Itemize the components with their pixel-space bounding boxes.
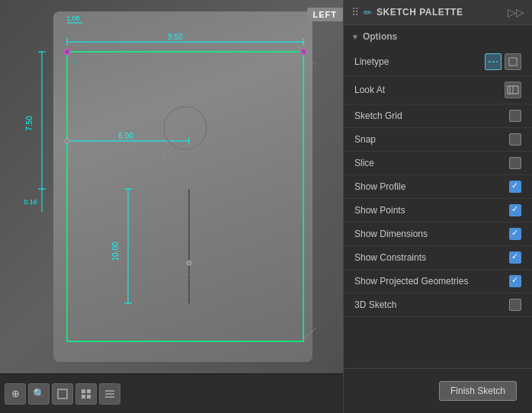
cursor-tool-button[interactable]: ⊕: [5, 383, 26, 405]
show-points-row: Show Points: [344, 199, 532, 223]
sketch-grid-row: Sketch Grid: [344, 104, 532, 128]
show-constraints-control: [509, 251, 521, 264]
zoom-tool-button[interactable]: 🔍: [28, 383, 50, 405]
look-at-control: [505, 82, 521, 98]
show-points-control: [509, 204, 521, 216]
show-profile-checkbox[interactable]: [509, 181, 521, 193]
snap-label: Snap: [354, 134, 376, 145]
linetype-construction-button[interactable]: [485, 53, 502, 70]
snap-checkbox[interactable]: [509, 133, 521, 146]
show-profile-row: Show Profile: [344, 175, 532, 199]
show-points-label: Show Points: [354, 205, 405, 216]
sketch-grid-control: [509, 110, 521, 122]
display-tool-3-button[interactable]: [99, 383, 120, 405]
options-label: Options: [363, 31, 397, 42]
display-tool-1-button[interactable]: [52, 383, 73, 405]
svg-rect-38: [87, 395, 91, 399]
look-at-row: Look At: [344, 76, 532, 104]
snap-control: [509, 133, 521, 146]
palette-title: SKETCH PALETTE: [377, 7, 503, 18]
show-profile-label: Show Profile: [354, 181, 405, 192]
look-at-button[interactable]: [505, 82, 521, 98]
sketch-grid-checkbox[interactable]: [509, 110, 521, 122]
palette-collapse-button[interactable]: ▷▷: [508, 6, 524, 18]
svg-rect-36: [87, 389, 91, 393]
part-shape: [53, 11, 312, 362]
slice-label: Slice: [354, 158, 374, 168]
options-section: ▼ Options Linetype Look At: [344, 25, 532, 368]
sketch-3d-label: 3D Sketch: [354, 299, 396, 310]
show-dimensions-checkbox[interactable]: [509, 228, 521, 240]
sketch-icon: ✏: [364, 7, 372, 18]
linetype-control: [485, 53, 521, 70]
linetype-row: Linetype: [344, 48, 532, 76]
show-dimensions-label: Show Dimensions: [354, 229, 428, 239]
left-badge: LEFT: [307, 8, 344, 21]
svg-rect-34: [58, 389, 67, 399]
show-dimensions-control: [509, 228, 521, 240]
snap-row: Snap: [344, 128, 532, 152]
show-points-checkbox[interactable]: [509, 204, 521, 216]
svg-rect-35: [82, 389, 85, 393]
slice-control: [509, 157, 521, 169]
sketch-grid-label: Sketch Grid: [354, 110, 402, 121]
show-constraints-checkbox[interactable]: [509, 251, 521, 264]
finish-sketch-area: Finish Sketch: [344, 368, 532, 413]
svg-rect-43: [509, 58, 517, 66]
sketch-palette-panel: ⠿ ✏ SKETCH PALETTE ▷▷ ▼ Options Linetype: [343, 0, 532, 413]
show-dimensions-row: Show Dimensions: [344, 223, 532, 246]
linetype-normal-button[interactable]: [505, 53, 521, 70]
look-at-label: Look At: [354, 85, 385, 95]
sketch-3d-control: [509, 299, 521, 311]
slice-checkbox[interactable]: [509, 157, 521, 169]
show-constraints-label: Show Constraints: [354, 252, 426, 263]
finish-sketch-button[interactable]: Finish Sketch: [439, 381, 517, 401]
svg-rect-37: [82, 395, 85, 399]
options-toggle[interactable]: ▼ Options: [344, 25, 532, 48]
show-projected-checkbox[interactable]: [509, 275, 521, 287]
show-profile-control: [509, 181, 521, 193]
linetype-label: Linetype: [354, 56, 389, 67]
drag-handle-icon: ⠿: [351, 6, 359, 18]
canvas-area: 9.50 7.50 0.16 6.00 10.00 1.06: [0, 0, 343, 373]
options-arrow-icon: ▼: [351, 33, 359, 41]
sketch-3d-checkbox[interactable]: [509, 299, 521, 311]
display-tool-2-button[interactable]: [75, 383, 97, 405]
show-projected-row: Show Projected Geometries: [344, 270, 532, 293]
svg-text:7.50: 7.50: [25, 116, 34, 131]
show-constraints-row: Show Constraints: [344, 246, 532, 270]
sketch-3d-row: 3D Sketch: [344, 293, 532, 317]
show-projected-control: [509, 275, 521, 287]
svg-text:0.16: 0.16: [24, 198, 37, 206]
show-projected-label: Show Projected Geometries: [354, 276, 468, 287]
slice-row: Slice: [344, 152, 532, 175]
palette-header: ⠿ ✏ SKETCH PALETTE ▷▷: [344, 0, 532, 25]
